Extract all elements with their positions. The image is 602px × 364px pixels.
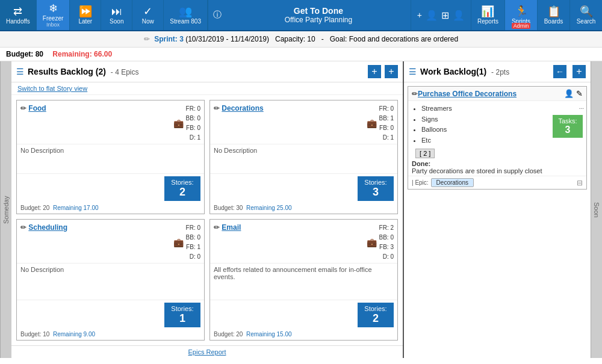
- epic-decorations-header: ✏ Decorations 💼 FR: 0 BB: 1 FB: 0 D: 1: [210, 100, 397, 144]
- food-suitcase-icon: 💼: [173, 119, 184, 128]
- food-stories-count: 2: [170, 186, 194, 199]
- work-card-right: ... Tasks: 3: [549, 101, 586, 176]
- food-stories-box: Stories: 2: [164, 176, 200, 201]
- sprint-capacity: Capacity: 10: [275, 35, 315, 43]
- now-icon: ✓: [143, 6, 152, 17]
- email-fb: FB: 3: [379, 242, 394, 252]
- work-backlog-icon: ☰: [409, 67, 417, 76]
- user-icon: 👤: [426, 10, 438, 21]
- scheduling-stories-box: Stories: 1: [164, 303, 200, 327]
- decorations-stories-count: 3: [364, 186, 388, 199]
- tasks-label: Tasks:: [558, 117, 577, 125]
- work-backlog-header: ☰ Work Backlog(1) - 2pts ← +: [404, 61, 591, 82]
- later-label: Later: [78, 18, 92, 25]
- add-epic-button[interactable]: +: [368, 65, 381, 78]
- sprint-text: Sprint: 3: [154, 35, 184, 43]
- add-icon[interactable]: +: [417, 10, 422, 20]
- freezer-label: Freezer: [43, 15, 63, 22]
- budget-bar: Budget: 80 Remaining: 66.00: [0, 48, 602, 61]
- someday-label: Someday: [0, 61, 11, 358]
- flat-story-view-link[interactable]: Switch to flat Story view: [17, 85, 87, 92]
- work-items-list: ✏ Purchase Office Decorations 👤 ✎ Stream…: [404, 82, 591, 358]
- sprints-button[interactable]: 🏃 Sprints Admin: [504, 0, 537, 30]
- decorations-d: D: 1: [379, 133, 394, 143]
- work-backlog-title: Work Backlog(1) - 2pts: [420, 67, 553, 76]
- add-buttons: + +: [365, 65, 398, 78]
- decorations-title[interactable]: Decorations: [222, 104, 263, 113]
- work-item-delete-icon[interactable]: ⊟: [577, 179, 583, 187]
- list-item-etc: Etc: [421, 135, 545, 146]
- later-button[interactable]: ⏩ Later: [70, 0, 101, 30]
- scheduling-budget: Budget: 10 Remaining 9.00: [17, 330, 204, 340]
- edit-scheduling-icon: ✏: [20, 223, 26, 232]
- reports-icon: 📊: [481, 6, 494, 17]
- work-card-left: Streamers Signs Balloons Etc [ 2 ] Done:…: [408, 101, 549, 176]
- food-description: No Description: [17, 144, 204, 173]
- toolbar-right: 📊 Reports 🏃 Sprints Admin 📋 Boards 🔍 Sea…: [471, 0, 602, 30]
- edit-icon: ✎: [576, 89, 583, 98]
- email-stories-count: 2: [364, 312, 388, 325]
- left-inner: ☰ Results Backlog (2) - 4 Epics + + Swit…: [11, 61, 403, 358]
- info-icon-area: ⓘ: [208, 0, 226, 30]
- search-button[interactable]: 🔍 Search: [569, 0, 602, 30]
- epics-grid: ✏ Food 💼 FR: 0 BB: 0 FB: 0 D: 1: [11, 95, 403, 345]
- handoffs-button[interactable]: ⇄ Handoffs: [0, 0, 37, 30]
- now-label: Now: [142, 18, 154, 25]
- add-story-button[interactable]: +: [385, 65, 398, 78]
- email-footer: Stories: 2: [210, 300, 397, 330]
- decorations-bb: BB: 1: [379, 114, 394, 123]
- scheduling-title[interactable]: Scheduling: [28, 223, 67, 232]
- decorations-stats: FR: 0 BB: 1 FB: 0 D: 1: [379, 104, 394, 143]
- scheduling-bb: BB: 0: [186, 233, 200, 242]
- later-icon: ⏩: [79, 6, 92, 17]
- reports-button[interactable]: 📊 Reports: [471, 0, 504, 30]
- sprint-goal: Goal: Food and decorations are ordered: [330, 35, 458, 43]
- scheduling-remaining: Remaining 9.00: [53, 331, 95, 338]
- stream-icon: 👥: [179, 6, 192, 17]
- epic-card-food: ✏ Food 💼 FR: 0 BB: 0 FB: 0 D: 1: [16, 100, 205, 214]
- food-fr: FR: 0: [186, 104, 200, 114]
- scheduling-fb: FB: 1: [186, 242, 200, 252]
- boards-button[interactable]: 📋 Boards: [537, 0, 569, 30]
- freezer-button[interactable]: ❄ Freezer Inbox: [37, 0, 70, 30]
- work-card-header: ✏ Purchase Office Decorations 👤 ✎: [408, 87, 586, 101]
- epic-food-header: ✏ Food 💼 FR: 0 BB: 0 FB: 0 D: 1: [17, 100, 204, 144]
- stories-count-badge: [ 2 ]: [415, 149, 435, 158]
- handoffs-icon: ⇄: [13, 6, 22, 17]
- food-remaining: Remaining 17.00: [53, 205, 99, 211]
- email-suitcase-icon: 💼: [367, 238, 377, 247]
- stories-count-area: [ 2 ]: [408, 148, 549, 159]
- app-name: Get To Done: [294, 6, 343, 16]
- stream-label: Stream 803: [170, 18, 201, 25]
- tasks-box: Tasks: 3: [553, 115, 583, 138]
- stream-button[interactable]: 👥 Stream 803: [164, 0, 208, 30]
- food-title[interactable]: Food: [28, 104, 46, 113]
- epic-tag-badge[interactable]: Decorations: [431, 178, 474, 187]
- epics-report-link[interactable]: Epics Report: [11, 345, 403, 358]
- decorations-fr: FR: 0: [379, 104, 394, 114]
- email-title[interactable]: Email: [222, 223, 241, 232]
- sprint-bar: ✏ Sprint: 3 (10/31/2019 - 11/14/2019) Ca…: [0, 31, 602, 48]
- epic-card-scheduling: ✏ Scheduling 💼 FR: 0 BB: 0 FB: 1 D: 0: [16, 219, 205, 341]
- now-button[interactable]: ✓ Now: [132, 0, 164, 30]
- add-work-item-button[interactable]: +: [573, 65, 586, 78]
- results-backlog-title: Results Backlog (2) - 4 Epics: [28, 67, 365, 76]
- admin-badge: Admin: [512, 23, 531, 29]
- scheduling-d: D: 0: [186, 252, 200, 262]
- epic-card-decorations: ✏ Decorations 💼 FR: 0 BB: 1 FB: 0 D: 1: [209, 100, 398, 214]
- food-stories-label: Stories:: [171, 179, 193, 186]
- work-item-title[interactable]: Purchase Office Decorations: [418, 90, 564, 98]
- results-backlog-header: ☰ Results Backlog (2) - 4 Epics + +: [11, 61, 403, 82]
- handoffs-label: Handoffs: [6, 18, 30, 25]
- back-arrow-button[interactable]: ←: [553, 65, 566, 78]
- grid-icon[interactable]: ⊞: [441, 10, 449, 21]
- sprint-number[interactable]: 3: [179, 35, 184, 43]
- list-item-streamers: Streamers: [421, 103, 545, 114]
- info-icon: ⓘ: [213, 10, 222, 20]
- person-icon: 👤: [564, 89, 574, 98]
- sprints-icon: 🏃: [515, 6, 528, 17]
- edit-food-icon: ✏: [20, 104, 26, 113]
- decorations-budget: Budget: 30 Remaining 25.00: [210, 203, 397, 214]
- soon-button[interactable]: ⏭ Soon: [101, 0, 132, 30]
- soon-nav-label: Soon: [110, 18, 123, 25]
